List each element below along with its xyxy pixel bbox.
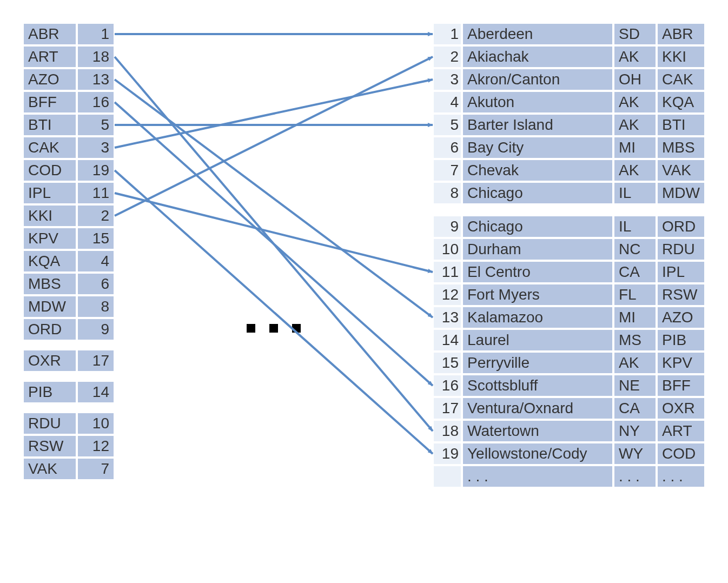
index-code: CAK xyxy=(24,137,76,158)
index-code: RSW xyxy=(24,436,76,456)
state-code: MI xyxy=(614,307,656,328)
data-row: 7ChevakAKVAK xyxy=(434,160,704,181)
index-pointer: 8 xyxy=(78,296,114,317)
ellipsis-icon xyxy=(247,324,301,333)
airport-code: ORD xyxy=(658,216,704,237)
index-pointer: 12 xyxy=(78,436,114,456)
data-row: 10DurhamNCRDU xyxy=(434,239,704,260)
index-row: MDW8 xyxy=(24,296,114,317)
state-code: MS xyxy=(614,330,656,350)
index-code: OXR xyxy=(24,350,76,371)
airport-code: KQA xyxy=(658,92,704,112)
index-row: VAK7 xyxy=(24,459,114,479)
city-name: Ventura/Oxnard xyxy=(463,398,612,419)
index-row: KKI2 xyxy=(24,206,114,226)
index-pointer: 2 xyxy=(78,206,114,226)
row-number: 10 xyxy=(434,239,461,260)
ellipsis-cell: . . . xyxy=(658,466,704,487)
data-row: 11El CentroCAIPL xyxy=(434,262,704,282)
city-name: Kalamazoo xyxy=(463,307,612,328)
city-name: Bay City xyxy=(463,137,612,158)
index-code: PIB xyxy=(24,382,76,402)
index-code: RDU xyxy=(24,413,76,434)
airport-code: BFF xyxy=(658,375,704,396)
index-pointer: 10 xyxy=(78,413,114,434)
state-code: AK xyxy=(614,353,656,373)
city-name: Watertown xyxy=(463,421,612,441)
data-row: 9ChicagoILORD xyxy=(434,216,704,237)
index-row: RDU10 xyxy=(24,413,114,434)
state-code: NY xyxy=(614,421,656,441)
index-row: KPV15 xyxy=(24,228,114,249)
airport-code: COD xyxy=(658,443,704,464)
state-code: NC xyxy=(614,239,656,260)
index-table: ABR1ART18AZO13BFF16BTI5CAK3COD19IPL11KKI… xyxy=(22,22,116,481)
row-number: 14 xyxy=(434,330,461,350)
state-code: CA xyxy=(614,398,656,419)
row-number: 13 xyxy=(434,307,461,328)
index-pointer: 13 xyxy=(78,69,114,90)
index-pointer: 7 xyxy=(78,459,114,479)
index-pointer: 6 xyxy=(78,274,114,294)
row-number: 12 xyxy=(434,284,461,305)
airport-code: CAK xyxy=(658,69,704,90)
state-code: SD xyxy=(614,24,656,44)
index-pointer: 11 xyxy=(78,183,114,203)
index-row: RSW12 xyxy=(24,436,114,456)
city-name: Akiachak xyxy=(463,47,612,67)
index-row: PIB14 xyxy=(24,382,114,402)
index-code: BTI xyxy=(24,115,76,135)
state-code: AK xyxy=(614,115,656,135)
data-row: 18WatertownNYART xyxy=(434,421,704,441)
city-name: Yellowstone/Cody xyxy=(463,443,612,464)
city-name: Barter Island xyxy=(463,115,612,135)
index-row: OXR17 xyxy=(24,350,114,371)
index-row: ORD9 xyxy=(24,319,114,340)
row-number: 19 xyxy=(434,443,461,464)
index-pointer: 16 xyxy=(78,92,114,112)
airport-code: AZO xyxy=(658,307,704,328)
data-row: 19Yellowstone/CodyWYCOD xyxy=(434,443,704,464)
data-row: 13KalamazooMIAZO xyxy=(434,307,704,328)
city-name: Aberdeen xyxy=(463,24,612,44)
ellipsis-cell: . . . xyxy=(463,466,612,487)
index-row: AZO13 xyxy=(24,69,114,90)
index-code: AZO xyxy=(24,69,76,90)
index-row: ART18 xyxy=(24,47,114,67)
index-row: BFF16 xyxy=(24,92,114,112)
index-row: MBS6 xyxy=(24,274,114,294)
row-number: 15 xyxy=(434,353,461,373)
index-pointer: 9 xyxy=(78,319,114,340)
city-name: El Centro xyxy=(463,262,612,282)
data-row: 5Barter IslandAKBTI xyxy=(434,115,704,135)
data-row: 1AberdeenSDABR xyxy=(434,24,704,44)
data-row: 12Fort MyersFLRSW xyxy=(434,284,704,305)
row-number: 9 xyxy=(434,216,461,237)
airport-code: OXR xyxy=(658,398,704,419)
row-number: 16 xyxy=(434,375,461,396)
row-number: 17 xyxy=(434,398,461,419)
index-pointer: 18 xyxy=(78,47,114,67)
airport-code: IPL xyxy=(658,262,704,282)
airport-code: MDW xyxy=(658,183,704,203)
ellipsis-cell: . . . xyxy=(614,466,656,487)
index-pointer: 4 xyxy=(78,251,114,271)
index-code: VAK xyxy=(24,459,76,479)
city-name: Chevak xyxy=(463,160,612,181)
index-pointer: 19 xyxy=(78,160,114,181)
state-code: WY xyxy=(614,443,656,464)
data-row: 3Akron/CantonOHCAK xyxy=(434,69,704,90)
index-pointer: 14 xyxy=(78,382,114,402)
data-table: 1AberdeenSDABR2AkiachakAKKKI3Akron/Canto… xyxy=(432,22,706,489)
index-code: ART xyxy=(24,47,76,67)
index-code: MBS xyxy=(24,274,76,294)
index-row: ABR1 xyxy=(24,24,114,44)
city-name: Fort Myers xyxy=(463,284,612,305)
index-pointer: 3 xyxy=(78,137,114,158)
airport-code: MBS xyxy=(658,137,704,158)
city-name: Akuton xyxy=(463,92,612,112)
index-code: KQA xyxy=(24,251,76,271)
index-code: KKI xyxy=(24,206,76,226)
data-row: 2AkiachakAKKKI xyxy=(434,47,704,67)
index-pointer: 17 xyxy=(78,350,114,371)
